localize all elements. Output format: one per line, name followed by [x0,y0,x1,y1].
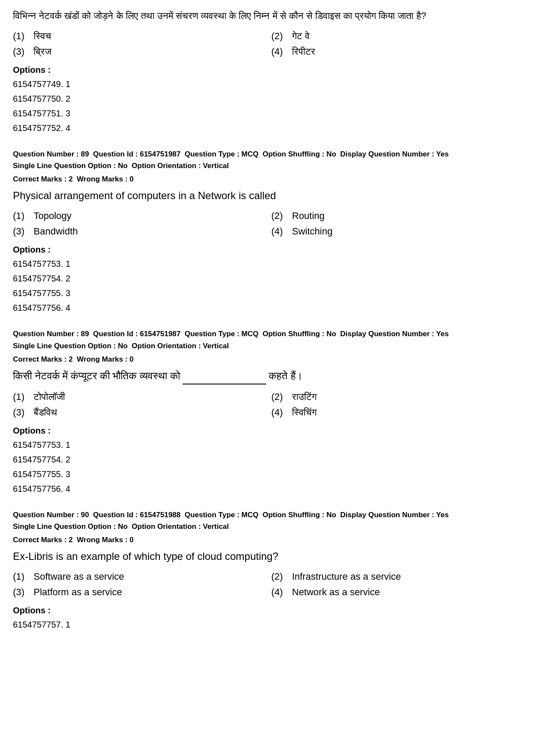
meta-90: Question Number : 90 Question Id : 61547… [13,509,521,532]
options-label-88: Options : [13,65,521,75]
option-88-4: (4) रिपीटर [271,46,521,57]
option-90-2: (2) Infrastructure as a service [271,571,521,582]
option-89a-2: (2) Routing [271,210,521,222]
option-id-88-2: 6154757750. 2 [13,91,521,106]
option-id-89a-1: 6154757753. 1 [13,256,521,271]
option-id-89b-2: 6154757754. 2 [13,452,521,467]
option-89b-1: (1) टोपोलॉजी [13,391,263,403]
options-label-90: Options : [13,606,521,615]
question-89a-options: (1) Topology (2) Routing (3) Bandwidth (… [13,210,521,237]
option-89a-4: (4) Switching [271,226,521,237]
option-89b-4: (4) स्विचिंग [271,407,521,418]
option-90-3: (3) Platform as a service [13,587,263,598]
correct-marks-89b: Correct Marks : 2 Wrong Marks : 0 [13,355,521,364]
question-88: विभिन्न नेटवर्क खंडों को जोड़ने के लिए त… [13,9,521,135]
options-list-90: 6154757757. 1 [13,617,521,632]
option-88-3: (3) ब्रिज [13,46,263,57]
option-id-89a-2: 6154757754. 2 [13,271,521,286]
option-id-89a-4: 6154757756. 4 [13,300,521,315]
correct-marks-89a: Correct Marks : 2 Wrong Marks : 0 [13,175,521,184]
option-id-89a-3: 6154757755. 3 [13,286,521,300]
option-id-89b-4: 6154757756. 4 [13,481,521,496]
option-89a-3: (3) Bandwidth [13,226,263,237]
option-88-2: (2) गेट वे [271,31,521,42]
option-id-88-3: 6154757751. 3 [13,106,521,121]
option-89b-3: (3) बैंडविथ [13,407,263,418]
option-id-89b-1: 6154757753. 1 [13,437,521,452]
option-88-1: (1) स्विच [13,31,263,42]
question-90-options: (1) Software as a service (2) Infrastruc… [13,571,521,598]
option-id-89b-3: 6154757755. 3 [13,467,521,481]
question-89b-text: किसी नेटवर्क में कंप्यूटर की भौतिक व्यवस… [13,368,521,384]
fill-blank-89b [183,368,266,384]
options-list-88: 6154757749. 1 6154757750. 2 6154757751. … [13,77,521,135]
question-89a: Question Number : 89 Question Id : 61547… [13,148,521,315]
question-89a-text: Physical arrangement of computers in a N… [13,188,521,203]
question-89b: Question Number : 89 Question Id : 61547… [13,328,521,496]
question-90-text: Ex-Libris is an example of which type of… [13,549,521,564]
options-label-89b: Options : [13,426,521,436]
option-89a-1: (1) Topology [13,210,263,222]
question-90: Question Number : 90 Question Id : 61547… [13,509,521,632]
question-89b-options: (1) टोपोलॉजी (2) राउटिंग (3) बैंडविथ (4)… [13,391,521,418]
option-id-88-4: 6154757752. 4 [13,121,521,135]
question-88-options: (1) स्विच (2) गेट वे (3) ब्रिज (4) रिपीट… [13,31,521,57]
option-90-1: (1) Software as a service [13,571,263,582]
option-id-90-1: 6154757757. 1 [13,617,521,632]
options-list-89b: 6154757753. 1 6154757754. 2 6154757755. … [13,437,521,496]
meta-89b: Question Number : 89 Question Id : 61547… [13,328,521,351]
option-90-4: (4) Network as a service [271,587,521,598]
option-id-88-1: 6154757749. 1 [13,77,521,91]
correct-marks-90: Correct Marks : 2 Wrong Marks : 0 [13,536,521,544]
meta-89a: Question Number : 89 Question Id : 61547… [13,148,521,172]
question-88-text: विभिन्न नेटवर्क खंडों को जोड़ने के लिए त… [13,9,521,23]
options-list-89a: 6154757753. 1 6154757754. 2 6154757755. … [13,256,521,315]
options-label-89a: Options : [13,245,521,255]
option-89b-2: (2) राउटिंग [271,391,521,403]
